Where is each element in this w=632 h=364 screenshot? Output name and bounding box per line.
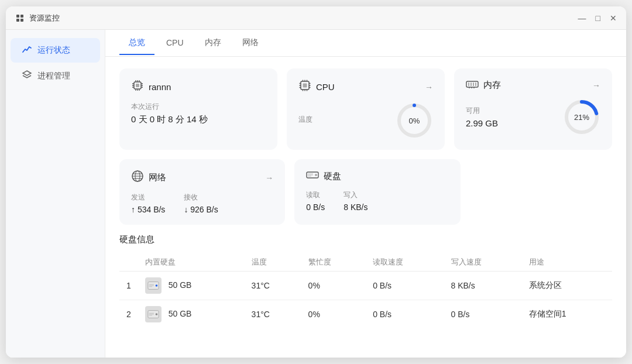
disk-row2-busy: 0% [301, 300, 366, 329]
window-controls: — □ ✕ [578, 14, 617, 22]
sidebar-item-running[interactable]: 运行状态 [11, 38, 100, 63]
ram-icon [466, 80, 479, 88]
system-card-icon [131, 79, 144, 95]
disk-read-value: 0 B/s [306, 202, 325, 212]
memory-avail-value: 2.99 GB [466, 118, 498, 128]
disk-write: 写入 8 KB/s [344, 190, 367, 212]
svg-rect-6 [136, 84, 139, 87]
disk-row1-temp: 31°C [245, 272, 301, 300]
cpu-card-icon [298, 79, 311, 95]
cpu-card: CPU → 温度 [287, 68, 445, 150]
cpu-card-header: CPU → [298, 79, 433, 95]
disk-row2-temp: 31°C [245, 300, 301, 329]
col-header-temp: 温度 [245, 253, 301, 272]
app-body: 运行状态 进程管理 总览 CPU [6, 30, 626, 358]
cpu-gauge: 0% [396, 102, 433, 139]
col-header-disk: 内置硬盘 [138, 253, 245, 272]
cpu-chip-icon [131, 79, 144, 92]
system-card-header: rannn [131, 79, 266, 95]
network-card-icon [131, 170, 144, 186]
titlebar: 资源监控 — □ ✕ [6, 6, 626, 30]
disk-row2-read: 0 B/s [366, 300, 444, 329]
main-content: 总览 CPU 内存 网络 [105, 30, 626, 358]
network-send-label: 发送 [131, 193, 165, 202]
network-recv-value: ↓ 926 B/s [184, 205, 218, 214]
disk-card-title: 硬盘 [324, 171, 341, 182]
sidebar-item-running-label: 运行状态 [37, 45, 70, 56]
disk-row1-disk: 50 GB [138, 272, 245, 300]
disk-row1-num: 1 [119, 272, 138, 300]
svg-rect-36 [468, 83, 469, 86]
memory-card-icon [466, 79, 479, 91]
memory-card-body: 可用 2.99 GB 21% [466, 98, 600, 136]
disk-table-body: 1 [119, 272, 612, 329]
globe-icon [131, 170, 144, 183]
disk-row1-busy: 0% [301, 272, 366, 300]
cards-row-2: 网络 → 发送 ↑ 534 B/s 接收 ↓ 926 B/s [119, 159, 612, 225]
svg-rect-37 [470, 83, 472, 86]
col-header-read: 读取速度 [366, 253, 444, 272]
disk-card-header: 硬盘 [306, 170, 448, 183]
cpu-card-arrow[interactable]: → [425, 83, 433, 92]
tab-cpu[interactable]: CPU [157, 32, 193, 54]
disk-table-header-row: 内置硬盘 温度 繁忙度 读取速度 写入速度 用途 [119, 253, 612, 272]
network-card-arrow[interactable]: → [265, 173, 273, 183]
cpu-gauge-text: 0% [409, 116, 420, 125]
network-card-stats: 发送 ↑ 534 B/s 接收 ↓ 926 B/s [131, 193, 273, 214]
table-row: 2 [119, 300, 612, 329]
disk-card-icon [306, 170, 319, 183]
content-area: rannn 本次运行 0 天 0 时 8 分 14 秒 [105, 57, 626, 358]
sidebar-item-process-label: 进程管理 [37, 71, 70, 81]
network-card: 网络 → 发送 ↑ 534 B/s 接收 ↓ 926 B/s [119, 159, 285, 225]
col-header-write: 写入速度 [444, 253, 522, 272]
svg-point-61 [155, 313, 157, 315]
disk-card-stats: 读取 0 B/s 写入 8 KB/s [306, 190, 448, 212]
disk-table-head: 内置硬盘 温度 繁忙度 读取速度 写入速度 用途 [119, 253, 612, 272]
svg-rect-20 [303, 84, 307, 88]
memory-gauge-text: 21% [574, 113, 589, 122]
memory-gauge: 21% [563, 98, 600, 136]
minimize-button[interactable]: — [578, 14, 586, 22]
disk-read: 读取 0 B/s [306, 190, 325, 212]
disk-thumb-icon-1 [145, 277, 162, 294]
cpu-card-body: 温度 0% [298, 102, 433, 139]
main-window: 资源监控 — □ ✕ 运行状态 [6, 6, 626, 358]
tab-network[interactable]: 网络 [233, 32, 268, 55]
hdd-row-icon [147, 280, 159, 291]
tab-memory[interactable]: 内存 [195, 32, 231, 55]
svg-rect-1 [20, 15, 23, 18]
table-row: 1 [119, 272, 612, 300]
network-recv: 接收 ↓ 926 B/s [184, 193, 218, 214]
disk-row2-name: 50 GB [169, 309, 192, 318]
sidebar: 运行状态 进程管理 [6, 30, 105, 358]
svg-rect-0 [16, 15, 19, 18]
disk-row2-use: 存储空间1 [522, 300, 612, 329]
titlebar-left: 资源监控 [15, 13, 60, 23]
system-run-value: 0 天 0 时 8 分 14 秒 [131, 114, 266, 125]
process-icon [21, 70, 33, 83]
tab-overview[interactable]: 总览 [119, 32, 154, 55]
disk-info-section: 硬盘信息 内置硬盘 温度 繁忙度 读取速度 写入速度 用途 [119, 234, 612, 328]
col-header-busy: 繁忙度 [301, 253, 366, 272]
disk-table: 内置硬盘 温度 繁忙度 读取速度 写入速度 用途 1 [119, 253, 612, 328]
hdd-row-icon-2 [147, 309, 159, 320]
col-header-use: 用途 [522, 253, 612, 272]
cpu-icon [298, 79, 311, 92]
disk-read-label: 读取 [306, 190, 325, 200]
memory-card-arrow[interactable]: → [592, 81, 600, 90]
window-title: 资源监控 [29, 13, 60, 23]
memory-card: 内存 → 可用 2.99 GB [454, 68, 612, 150]
network-card-title: 网络 [149, 172, 166, 183]
close-button[interactable]: ✕ [610, 14, 617, 22]
sidebar-item-process[interactable]: 进程管理 [11, 64, 100, 88]
tab-bar: 总览 CPU 内存 网络 [105, 30, 626, 57]
cpu-temp-label: 温度 [298, 115, 312, 125]
svg-rect-38 [473, 83, 474, 86]
disk-card: 硬盘 读取 0 B/s 写入 8 KB/s [294, 159, 460, 225]
svg-point-51 [315, 174, 317, 176]
disk-info-title: 硬盘信息 [119, 234, 612, 245]
maximize-button[interactable]: □ [596, 14, 600, 22]
disk-row1-name: 50 GB [169, 280, 192, 290]
disk-write-label: 写入 [344, 190, 367, 200]
layers-icon [22, 70, 32, 80]
